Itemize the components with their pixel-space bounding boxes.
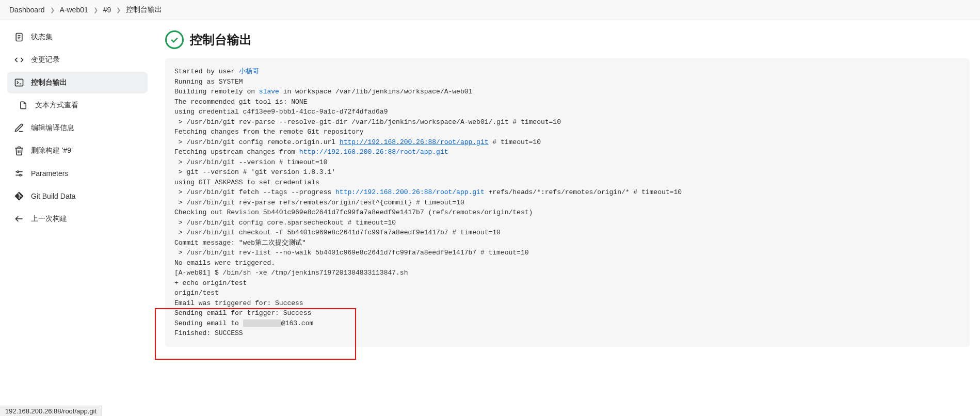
document-icon [13,31,25,43]
console-line: No emails were triggered. [174,259,275,267]
sidebar-item-label: 编辑编译信息 [31,123,74,133]
console-output: Started by user 小杨哥 Running as SYSTEM Bu… [165,58,970,347]
breadcrumb-build[interactable]: #9 [103,6,111,14]
sidebar-item-label: 上一次构建 [31,214,67,223]
sidebar-item-prev-build[interactable]: 上一次构建 [7,208,148,230]
page-title: 控制台输出 [190,31,252,48]
sliders-icon [13,168,25,179]
page-title-row: 控制台输出 [165,30,970,49]
console-line: in workspace /var/lib/jenkins/workspace/… [279,88,472,95]
file-icon [18,100,29,111]
svg-point-8 [17,171,19,172]
git-url-link[interactable]: http://192.168.200.26:88/root/app.git [299,148,448,156]
sidebar: 状态集 变更记录 控制台输出 文本方式查看 编辑编译信息 [0,20,155,367]
chevron-right-icon: ❯ [116,7,121,13]
console-line: Fetching upstream changes from [174,148,299,156]
svg-rect-4 [15,79,23,86]
node-link[interactable]: slave [259,88,279,95]
sidebar-item-console[interactable]: 控制台输出 [7,72,148,93]
sidebar-item-git-build-data[interactable]: Git Build Data [7,185,148,207]
arrow-left-icon [13,213,25,225]
sidebar-item-label: 状态集 [31,33,53,42]
chevron-right-icon: ❯ [50,7,55,13]
console-line: Fetching changes from the remote Git rep… [174,128,364,136]
breadcrumb-dashboard[interactable]: Dashboard [9,6,45,14]
breadcrumb: Dashboard ❯ A-web01 ❯ #9 ❯ 控制台输出 [0,0,980,20]
console-line: Started by user [174,68,239,75]
console-line: Email was triggered for: Success [174,299,303,307]
sidebar-item-parameters[interactable]: Parameters [7,163,148,184]
edit-icon [13,122,25,134]
console-line: > /usr/bin/git rev-list --no-walk 5b4401… [174,249,529,257]
console-line: Sending email to [174,319,243,327]
sidebar-item-status[interactable]: 状态集 [7,26,148,48]
console-line: Commit message: "web第二次提交测试" [174,239,306,247]
console-line: # timeout=10 [489,138,541,146]
console-line: > git --version # 'git version 1.8.3.1' [174,168,335,176]
breadcrumb-current: 控制台输出 [126,5,162,14]
sidebar-item-label: Parameters [31,169,68,178]
console-line: > /usr/bin/git checkout -f 5b4401c969e8c… [174,229,501,236]
success-status-icon [165,30,184,49]
console-line: > /usr/bin/git fetch --tags --progress [174,188,335,196]
console-line: using GIT_ASKPASS to set credentials [174,179,324,186]
git-icon [13,190,25,202]
sidebar-item-label: 控制台输出 [31,78,67,87]
console-line: > /usr/bin/git config remote.origin.url [174,138,340,146]
console-line: > /usr/bin/git rev-parse --resolve-git-d… [174,118,561,126]
sidebar-item-label: 文本方式查看 [35,101,78,110]
console-line: Building remotely on [174,88,259,95]
console-line: Sending email for trigger: Success [174,309,311,317]
console-line: Checking out Revision 5b4401c969e8c2641d… [174,209,533,216]
svg-point-9 [20,174,21,176]
console-line: + echo origin/test [174,279,247,287]
main-content: 控制台输出 Started by user 小杨哥 Running as SYS… [155,20,980,367]
breadcrumb-job[interactable]: A-web01 [60,6,88,14]
console-line: origin/test [174,289,219,297]
redacted-text: xxxxxxxxx [243,319,281,327]
console-line: > /usr/bin/git --version # timeout=10 [174,158,327,166]
trash-icon [13,145,25,156]
sidebar-item-label: 变更记录 [31,55,60,65]
terminal-icon [13,77,25,88]
sidebar-item-delete-build[interactable]: 删除构建 '#9' [7,140,148,162]
console-line: [A-web01] $ /bin/sh -xe /tmp/jenkins7197… [174,269,408,277]
console-line: > /usr/bin/git rev-parse refs/remotes/or… [174,199,464,206]
code-icon [13,54,25,66]
git-url-link[interactable]: http://192.168.200.26:88/root/app.git [340,138,489,146]
console-line: @163.com [281,319,313,327]
sidebar-item-label: Git Build Data [31,192,75,200]
console-line: The recommended git tool is: NONE [174,98,307,106]
sidebar-item-console-text[interactable]: 文本方式查看 [7,94,148,116]
git-url-link[interactable]: http://192.168.200.26:88/root/app.git [335,188,485,196]
user-link[interactable]: 小杨哥 [239,68,259,75]
sidebar-item-edit-build[interactable]: 编辑编译信息 [7,117,148,139]
chevron-right-icon: ❯ [93,7,98,13]
console-line: using credential c4f13ee9-bbb1-41cc-9a1c… [174,108,388,116]
console-line: Running as SYSTEM [174,78,243,86]
console-line: +refs/heads/*:refs/remotes/origin/* # ti… [485,188,682,196]
sidebar-item-changes[interactable]: 变更记录 [7,49,148,71]
console-line: Finished: SUCCESS [174,329,243,337]
console-line: > /usr/bin/git config core.sparsecheckou… [174,219,396,227]
sidebar-item-label: 删除构建 '#9' [31,146,73,155]
